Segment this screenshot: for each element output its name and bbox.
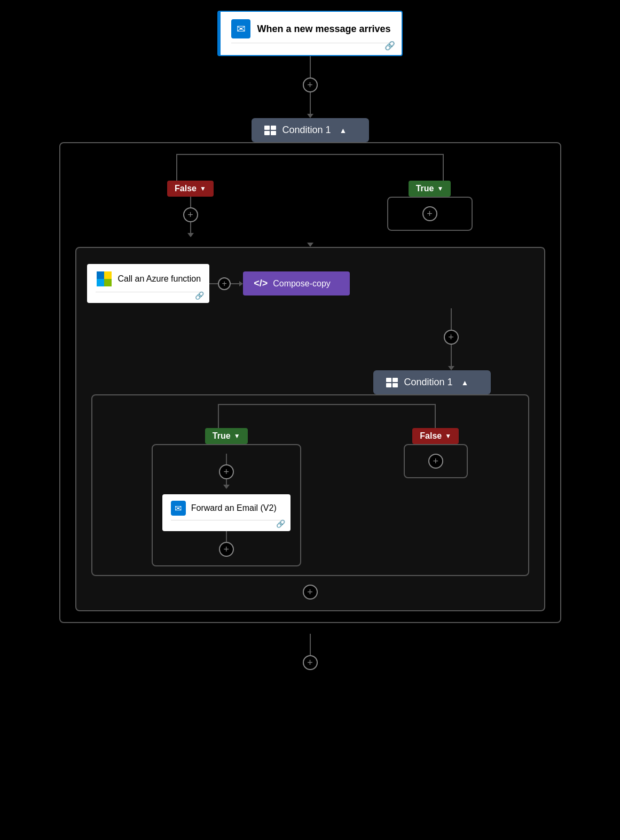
compose-node[interactable]: </> Compose-copy	[243, 271, 350, 295]
add-true-step-button[interactable]: +	[422, 206, 437, 221]
h-connector-1: +	[209, 277, 243, 290]
connector-inner-bottom: +	[303, 585, 318, 600]
compose-icon: </>	[254, 278, 268, 289]
branch-left-line	[176, 154, 177, 181]
inner-true-arrow	[223, 485, 230, 489]
connector-bottom: +	[303, 634, 318, 670]
false-arrow	[187, 233, 194, 237]
flow-canvas: ✉ When a new message arrives 🔗 + Conditi…	[0, 11, 620, 670]
inner-branch-left-line	[218, 404, 219, 428]
inner-condition-1-node[interactable]: Condition 1 ▲	[373, 370, 491, 394]
branch-h-line	[176, 154, 444, 155]
false-label[interactable]: False ▼	[167, 181, 214, 197]
add-after-forward-email-button[interactable]: +	[219, 542, 234, 557]
h-arrow-1	[239, 281, 243, 286]
inner-true-mid-line	[226, 479, 227, 485]
trigger-node[interactable]: ✉ When a new message arrives 🔗	[217, 11, 402, 56]
add-inner-bottom-button[interactable]: +	[303, 585, 318, 600]
true-dropdown-icon: ▼	[437, 185, 443, 192]
condition-1-label: Condition 1	[282, 125, 331, 136]
condition-icon	[264, 126, 276, 135]
false-line-down-2	[190, 222, 191, 233]
azure-function-node[interactable]: Call an Azure function 🔗	[87, 264, 210, 303]
add-inner-true-step-button[interactable]: +	[219, 464, 234, 479]
inner-arrow-top	[307, 243, 313, 247]
add-bottom-button[interactable]: +	[303, 655, 318, 670]
inner-condition-icon	[386, 378, 398, 387]
false-dropdown-icon: ▼	[200, 185, 206, 192]
branch-row-outer: False ▼ + True ▼ +	[71, 181, 550, 237]
compose-title: Compose-copy	[273, 279, 331, 289]
inner-condition-node-wrap: Condition 1 ▲	[373, 370, 491, 394]
inner-content: Call an Azure function 🔗 + </> Compose-c…	[75, 247, 545, 611]
trigger-title: When a new message arrives	[257, 24, 390, 35]
true-branch-box: +	[387, 197, 473, 231]
add-step-1-button[interactable]: +	[303, 77, 318, 92]
inner-false-branch: False ▼ +	[352, 428, 520, 478]
svg-rect-0	[97, 271, 104, 279]
condition-1-container: False ▼ + True ▼ +	[59, 142, 561, 623]
inner-true-branch: True ▼ + ✉ Forwar	[101, 428, 352, 566]
connector-1: +	[303, 56, 318, 118]
inner-false-label[interactable]: False ▼	[412, 428, 459, 444]
svg-rect-1	[104, 271, 112, 279]
forward-email-link-icon: 🔗	[276, 519, 285, 528]
connector-to-inner-cond: +	[444, 308, 459, 370]
false-line-down	[190, 197, 191, 207]
forward-email-title: Forward an Email (V2)	[191, 503, 277, 513]
line-1	[310, 56, 311, 77]
inner-condition-1-label: Condition 1	[404, 377, 453, 388]
horizontal-action-row: Call an Azure function 🔗 + </> Compose-c…	[87, 259, 533, 308]
inner-branch-right-line	[435, 404, 436, 428]
line-to-inner-cond	[451, 308, 452, 330]
inner-true-dropdown-icon: ▼	[234, 432, 240, 440]
trigger-link-icon: 🔗	[384, 41, 395, 51]
add-between-button[interactable]: +	[218, 277, 231, 290]
condition-1-node[interactable]: Condition 1 ▲	[252, 118, 369, 142]
inner-false-dropdown-icon: ▼	[445, 432, 451, 440]
add-before-inner-cond-button[interactable]: +	[444, 330, 459, 345]
inner-false-box: +	[404, 444, 468, 478]
email-trigger-icon: ✉	[231, 19, 250, 38]
h-line-2	[231, 283, 239, 284]
arrow-to-inner-cond	[448, 366, 454, 370]
svg-rect-2	[97, 279, 104, 286]
line-to-inner-cond-2	[451, 345, 452, 366]
inner-branch-row: True ▼ + ✉ Forwar	[101, 428, 520, 566]
forward-email-icon: ✉	[171, 501, 186, 516]
true-label[interactable]: True ▼	[409, 181, 451, 197]
inner-true-bottom-line	[226, 531, 227, 542]
connector-inner-top	[307, 243, 313, 247]
inner-true-box: + ✉ Forward an Email (V2) 🔗	[152, 444, 301, 566]
azure-icon	[96, 270, 113, 287]
add-false-step-button[interactable]: +	[183, 207, 198, 222]
inner-true-top-line	[226, 454, 227, 464]
line-2	[310, 92, 311, 114]
false-branch: False ▼ +	[71, 181, 310, 237]
inner-branch-lines	[101, 404, 520, 428]
branch-lines-outer	[71, 154, 550, 181]
inner-condition-1-chevron: ▲	[461, 378, 469, 387]
inner-branch-h-line	[218, 404, 436, 405]
branch-right-line	[443, 154, 444, 181]
inner-true-label[interactable]: True ▼	[205, 428, 248, 444]
true-branch: True ▼ +	[310, 181, 550, 231]
azure-link-icon: 🔗	[195, 291, 204, 300]
add-inner-false-step-button[interactable]: +	[428, 454, 443, 469]
bottom-line	[310, 634, 311, 655]
forward-email-node[interactable]: ✉ Forward an Email (V2) 🔗	[162, 494, 291, 531]
arrow-1	[307, 114, 313, 118]
condition-1-chevron: ▲	[340, 126, 347, 135]
inner-condition-container: True ▼ + ✉ Forwar	[91, 394, 529, 576]
azure-function-title: Call an Azure function	[118, 274, 201, 284]
svg-rect-3	[104, 279, 112, 286]
h-line-1	[209, 283, 218, 284]
